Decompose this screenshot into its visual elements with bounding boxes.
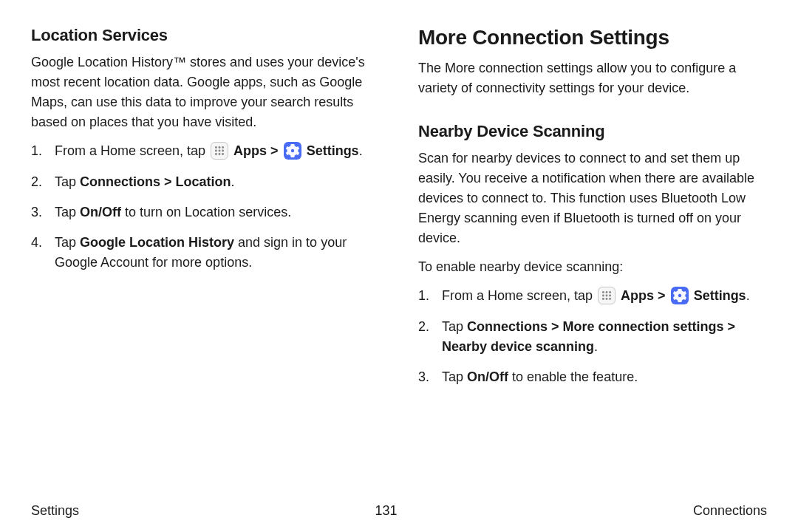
list-item: Tap On/Off to enable the feature. — [418, 367, 767, 387]
separator: > — [654, 288, 669, 303]
location-services-intro: Google Location History™ stores and uses… — [31, 52, 380, 132]
settings-icon — [284, 142, 301, 160]
svg-point-3 — [215, 149, 217, 151]
svg-point-10 — [602, 291, 604, 293]
svg-point-1 — [219, 146, 221, 149]
svg-point-0 — [215, 146, 217, 149]
svg-point-2 — [222, 146, 224, 149]
location-services-heading: Location Services — [31, 26, 380, 45]
step-bold: Connections > More connection settings >… — [442, 319, 735, 354]
nearby-scanning-desc: Scan for nearby devices to connect to an… — [418, 149, 767, 248]
step-text: Tap — [55, 174, 80, 189]
more-connection-heading: More Connection Settings — [418, 26, 767, 50]
period: . — [594, 339, 598, 354]
step-bold: On/Off — [80, 205, 121, 219]
nearby-scanning-enable: To enable nearby device scanning: — [418, 257, 767, 277]
svg-point-5 — [222, 149, 224, 151]
step-text: From a Home screen, tap — [442, 288, 596, 303]
apps-label: Apps — [621, 288, 654, 303]
svg-point-13 — [602, 294, 604, 296]
footer: Settings 131 Connections — [31, 503, 767, 519]
step-text: From a Home screen, tap — [55, 143, 209, 158]
step-suffix: to enable the feature. — [508, 369, 638, 384]
step-text: Tap — [442, 369, 467, 384]
list-item: From a Home screen, tap Apps > Settings. — [31, 141, 380, 162]
nearby-scanning-steps: From a Home screen, tap Apps > Settings.… — [418, 286, 767, 387]
settings-icon — [671, 287, 689, 304]
period: . — [359, 143, 363, 158]
period: . — [231, 174, 235, 189]
step-text: Tap — [55, 205, 80, 219]
step-bold: Connections > Location — [80, 174, 231, 189]
period: . — [746, 288, 750, 303]
more-connection-intro: The More connection settings allow you t… — [418, 58, 767, 98]
svg-point-14 — [606, 294, 608, 296]
step-text: Tap — [442, 319, 467, 334]
list-item: Tap Connections > Location. — [31, 172, 380, 192]
step-bold: On/Off — [467, 369, 508, 384]
svg-point-15 — [609, 294, 611, 296]
list-item: From a Home screen, tap Apps > Settings. — [418, 286, 767, 307]
svg-point-18 — [609, 298, 611, 300]
separator: > — [267, 143, 282, 158]
apps-icon — [598, 287, 615, 304]
step-text: Tap — [55, 235, 80, 250]
left-column: Location Services Google Location Histor… — [31, 26, 380, 398]
page-number: 131 — [375, 503, 397, 519]
nearby-scanning-heading: Nearby Device Scanning — [418, 122, 767, 141]
footer-right: Connections — [693, 503, 767, 519]
settings-label: Settings — [307, 143, 359, 158]
svg-point-19 — [678, 294, 681, 297]
right-column: More Connection Settings The More connec… — [418, 26, 767, 398]
svg-point-17 — [606, 298, 608, 300]
svg-point-6 — [215, 153, 217, 155]
apps-label: Apps — [233, 143, 267, 158]
location-services-steps: From a Home screen, tap Apps > Settings.… — [31, 141, 380, 273]
svg-point-9 — [290, 149, 293, 152]
apps-icon — [211, 142, 228, 160]
svg-point-7 — [219, 153, 221, 155]
step-bold: Google Location History — [80, 235, 234, 250]
list-item: Tap Google Location History and sign in … — [31, 233, 380, 273]
settings-label: Settings — [694, 288, 746, 303]
footer-left: Settings — [31, 503, 79, 519]
svg-point-16 — [602, 298, 604, 300]
list-item: Tap On/Off to turn on Location services. — [31, 202, 380, 222]
step-suffix: to turn on Location services. — [121, 205, 291, 219]
list-item: Tap Connections > More connection settin… — [418, 317, 767, 357]
svg-point-8 — [222, 153, 224, 155]
svg-point-11 — [606, 291, 608, 293]
svg-point-4 — [219, 149, 221, 151]
svg-point-12 — [609, 291, 611, 293]
